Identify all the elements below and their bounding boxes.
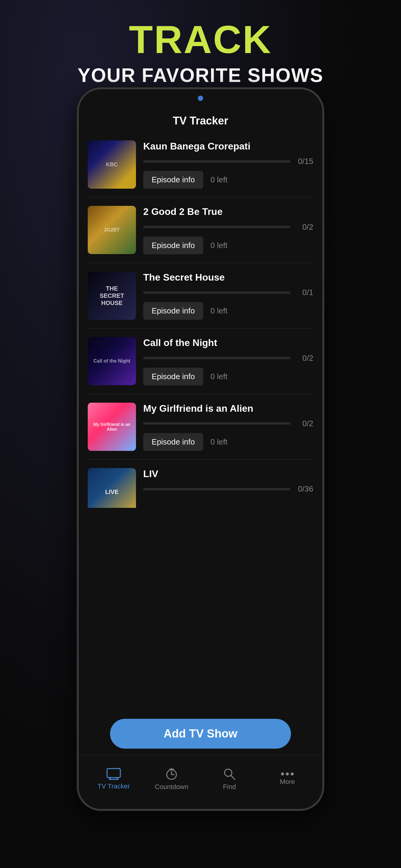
notch-dot: [198, 96, 203, 101]
progress-row-2good: 0/2: [143, 222, 313, 232]
show-thumbnail-2good: 2G2BT: [88, 206, 136, 254]
episode-info-btn-secret[interactable]: Episode info: [143, 302, 203, 320]
phone-screen: TV Tracker KBC Kaun Banega Crorepati: [79, 107, 322, 809]
nav-item-more[interactable]: More: [258, 772, 316, 786]
show-actions-2good: Episode info 0 left: [143, 237, 313, 254]
left-count-call: 0 left: [211, 372, 227, 381]
progress-bar-bg-call: [143, 357, 290, 359]
add-tv-show-button[interactable]: Add TV Show: [110, 719, 291, 749]
progress-bar-bg-kbc: [143, 160, 290, 163]
left-count-2good: 0 left: [211, 241, 227, 250]
progress-count-call: 0/2: [295, 353, 313, 363]
nav-label-more: More: [280, 778, 295, 786]
episode-info-btn-2good[interactable]: Episode info: [143, 237, 203, 254]
show-item-secret: THESECRETHOUSE The Secret House 0/1 Epis…: [88, 263, 313, 329]
show-thumbnail-alien: My Girlfriend is an Alien: [88, 403, 136, 451]
progress-count-alien: 0/2: [295, 419, 313, 428]
progress-row-secret: 0/1: [143, 288, 313, 297]
show-name-2good: 2 Good 2 Be True: [143, 206, 313, 217]
show-actions-alien: Episode info 0 left: [143, 433, 313, 451]
progress-bar-bg-secret: [143, 291, 290, 294]
progress-count-kbc: 0/15: [295, 157, 313, 166]
nav-label-countdown: Countdown: [155, 783, 188, 791]
show-thumbnail-kbc: KBC: [88, 141, 136, 189]
progress-bar-bg-live: [143, 488, 290, 490]
more-dot-3: [291, 772, 294, 775]
show-thumbnail-call: Call of the Night: [88, 337, 136, 385]
phone-notch: [79, 89, 322, 107]
nav-item-find[interactable]: Find: [201, 767, 258, 791]
progress-bar-bg-alien: [143, 422, 290, 425]
show-item-alien: My Girlfriend is an Alien My Girlfriend …: [88, 394, 313, 460]
find-icon: [223, 767, 236, 781]
show-item-2good: 2G2BT 2 Good 2 Be True 0/2 Episode info …: [88, 197, 313, 263]
app-title: TV Tracker: [173, 115, 228, 127]
hero-section: TRACK YOUR FAVORITE SHOWS: [0, 18, 401, 87]
progress-bar-bg-2good: [143, 226, 290, 228]
show-name-secret: The Secret House: [143, 272, 313, 283]
show-thumbnail-live: LIVE: [88, 468, 136, 508]
progress-count-secret: 0/1: [295, 288, 313, 297]
show-info-call: Call of the Night 0/2 Episode info 0 lef…: [136, 337, 313, 385]
show-name-live: LIV: [143, 468, 313, 479]
show-name-call: Call of the Night: [143, 337, 313, 348]
tv-tracker-icon: [106, 768, 121, 780]
hero-subtitle: YOUR FAVORITE SHOWS: [0, 64, 401, 87]
more-dot-2: [286, 772, 289, 775]
progress-row-kbc: 0/15: [143, 157, 313, 166]
progress-row-call: 0/2: [143, 353, 313, 363]
show-item-live: LIVE LIV 0/36: [88, 460, 313, 508]
show-name-kbc: Kaun Banega Crorepati: [143, 141, 313, 152]
more-dot-1: [281, 772, 284, 775]
left-count-alien: 0 left: [211, 437, 227, 447]
show-item-kbc: KBC Kaun Banega Crorepati 0/15 Episode i…: [88, 132, 313, 197]
nav-label-find: Find: [223, 783, 236, 791]
hero-title: TRACK: [0, 18, 401, 61]
episode-info-btn-alien[interactable]: Episode info: [143, 433, 203, 451]
more-icon: [281, 772, 294, 775]
nav-item-countdown[interactable]: Countdown: [143, 767, 201, 791]
show-info-2good: 2 Good 2 Be True 0/2 Episode info 0 left: [136, 206, 313, 254]
svg-line-10: [231, 775, 235, 779]
show-actions-kbc: Episode info 0 left: [143, 171, 313, 189]
add-btn-container: Add TV Show: [110, 719, 291, 749]
progress-row-alien: 0/2: [143, 419, 313, 428]
show-info-secret: The Secret House 0/1 Episode info 0 left: [136, 272, 313, 320]
nav-item-tracker[interactable]: TV Tracker: [85, 768, 143, 790]
show-list: KBC Kaun Banega Crorepati 0/15 Episode i…: [79, 132, 322, 809]
nav-label-tracker: TV Tracker: [97, 782, 130, 790]
progress-row-live: 0/36: [143, 484, 313, 494]
app-header: TV Tracker: [79, 107, 322, 132]
show-info-live: LIV 0/36: [136, 468, 313, 498]
progress-count-2good: 0/2: [295, 222, 313, 232]
svg-rect-0: [107, 769, 120, 778]
episode-info-btn-call[interactable]: Episode info: [143, 368, 203, 385]
show-thumbnail-secret: THESECRETHOUSE: [88, 272, 136, 320]
progress-count-live: 0/36: [295, 484, 313, 494]
left-count-kbc: 0 left: [211, 175, 227, 184]
left-count-secret: 0 left: [211, 306, 227, 315]
show-name-alien: My Girlfriend is an Alien: [143, 403, 313, 414]
countdown-icon: [165, 767, 178, 781]
show-actions-call: Episode info 0 left: [143, 368, 313, 385]
show-item-call: Call of the Night Call of the Night 0/2 …: [88, 329, 313, 394]
show-actions-secret: Episode info 0 left: [143, 302, 313, 320]
bottom-nav: TV Tracker Countdown Find: [79, 755, 322, 809]
show-info-alien: My Girlfriend is an Alien 0/2 Episode in…: [136, 403, 313, 451]
episode-info-btn-kbc[interactable]: Episode info: [143, 171, 203, 189]
phone-frame: TV Tracker KBC Kaun Banega Crorepati: [77, 87, 324, 811]
show-info-kbc: Kaun Banega Crorepati 0/15 Episode info …: [136, 141, 313, 189]
